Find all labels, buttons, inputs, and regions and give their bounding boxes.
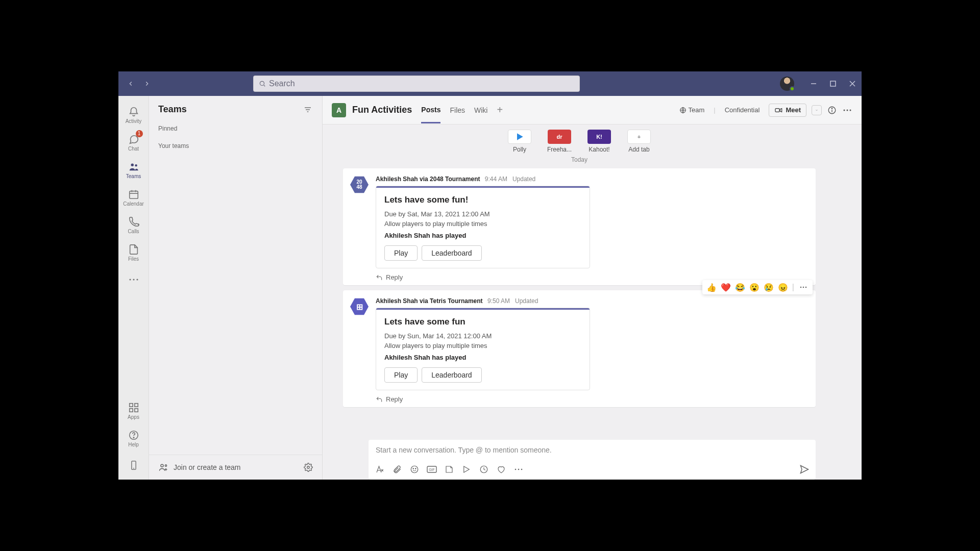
rail-calendar[interactable]: Calendar (118, 184, 149, 211)
reaction-sad[interactable]: 😢 (764, 283, 774, 292)
svg-point-52 (518, 469, 520, 470)
add-tab-button[interactable]: + (497, 104, 503, 116)
stream-icon[interactable] (479, 464, 489, 474)
app-avatar-tetris: ⊞ (350, 297, 369, 316)
app-tile-freehand[interactable]: drFreeha... (544, 130, 575, 153)
leaderboard-button[interactable]: Leaderboard (422, 245, 481, 261)
meet-button[interactable]: Meet (769, 104, 806, 117)
rail-activity-label: Activity (126, 118, 142, 124)
svg-point-13 (133, 279, 134, 280)
reaction-angry[interactable]: 😠 (778, 283, 788, 292)
maximize-button[interactable] (828, 79, 838, 89)
confidential-label[interactable]: Confidential (721, 104, 764, 116)
filter-button[interactable] (303, 105, 313, 115)
app-avatar-2048: 20 48 (350, 176, 369, 194)
rail-teams[interactable]: Teams (118, 156, 149, 184)
rail-calendar-label: Calendar (123, 201, 144, 207)
svg-point-20 (133, 437, 134, 437)
reply-icon (376, 274, 383, 281)
tab-files[interactable]: Files (450, 98, 465, 122)
org-team-label[interactable]: Team (675, 104, 709, 116)
section-pinned[interactable]: Pinned (149, 120, 322, 137)
reply-icon (376, 396, 383, 403)
settings-icon[interactable] (304, 463, 313, 472)
card-due: Due by Sun, Mar 14, 2021 12:00 AM (384, 332, 581, 340)
tab-wiki[interactable]: Wiki (474, 98, 487, 122)
join-create-team[interactable]: Join or create a team (174, 463, 241, 471)
adaptive-card: Lets have some fun! Due by Sat, Mar 13, … (376, 186, 590, 268)
post-status: Updated (512, 176, 535, 183)
rail-calls-label: Calls (128, 229, 139, 234)
tab-posts[interactable]: Posts (421, 97, 440, 123)
send-button[interactable] (799, 464, 810, 474)
rail-mobile[interactable] (118, 452, 149, 480)
date-separator: Today (343, 156, 816, 163)
rail-chat-label: Chat (128, 146, 139, 152)
play-button[interactable]: Play (384, 367, 418, 383)
post-time: 9:44 AM (485, 176, 507, 183)
app-tile-kahoot[interactable]: K!Kahoot! (584, 130, 615, 153)
card-title: Lets have some fun! (384, 195, 581, 205)
card-title: Lets have some fun (384, 317, 581, 327)
compose-box: Start a new conversation. Type @ to ment… (369, 440, 816, 480)
search-input[interactable]: Search (253, 76, 580, 92)
format-icon[interactable] (375, 464, 385, 474)
team-avatar[interactable]: A (332, 103, 346, 117)
forward-button[interactable] (141, 78, 153, 90)
post-time: 9:50 AM (487, 297, 510, 305)
svg-point-7 (135, 164, 137, 166)
meeting-icon[interactable] (461, 464, 472, 474)
rail-files-label: Files (128, 256, 139, 262)
info-button[interactable] (827, 105, 837, 115)
app-tile-addtab[interactable]: +Add tab (624, 130, 654, 153)
meet-dropdown[interactable] (812, 105, 822, 115)
svg-rect-15 (129, 403, 132, 406)
rail-apps[interactable]: Apps (118, 397, 149, 424)
gif-icon[interactable]: GIF (427, 464, 437, 474)
main-content: A Fun Activities Posts Files Wiki + Team… (323, 96, 862, 480)
post-item: 👍 ❤️ 😂 😮 😢 😠 | ⊞ Akhilesh Shah via Tetri… (343, 290, 816, 407)
reply-button[interactable]: Reply (376, 395, 808, 403)
chat-badge: 1 (136, 130, 143, 137)
svg-marker-54 (801, 466, 808, 473)
reaction-heart[interactable]: ❤️ (721, 283, 731, 292)
rail-teams-label: Teams (126, 173, 141, 179)
sticker-icon[interactable] (444, 464, 454, 474)
svg-point-12 (129, 279, 131, 280)
reaction-surprised[interactable]: 😮 (749, 283, 760, 292)
reaction-laugh[interactable]: 😂 (735, 283, 745, 292)
rail-help[interactable]: Help (118, 424, 149, 452)
emoji-icon[interactable] (409, 464, 420, 474)
svg-rect-17 (129, 408, 132, 411)
more-button[interactable] (842, 105, 852, 115)
rail-more[interactable] (118, 266, 149, 294)
close-button[interactable] (847, 79, 857, 89)
play-button[interactable]: Play (384, 245, 418, 261)
svg-rect-32 (775, 108, 779, 112)
adaptive-card: Lets have some fun Due by Sun, Mar 14, 2… (376, 308, 590, 390)
reaction-like[interactable]: 👍 (706, 283, 717, 292)
svg-point-45 (413, 468, 414, 469)
compose-more[interactable] (513, 464, 524, 474)
app-window: Search Activity 1 Chat Teams (118, 71, 862, 480)
svg-point-27 (165, 465, 166, 466)
rail-files[interactable]: Files (118, 239, 149, 266)
reactions-more[interactable] (798, 282, 808, 292)
section-your-teams[interactable]: Your teams (149, 137, 322, 155)
rail-activity[interactable]: Activity (118, 101, 149, 129)
card-rule: Allow players to play multiple times (384, 342, 581, 349)
post-status: Updated (515, 297, 538, 305)
rail-calls[interactable]: Calls (118, 211, 149, 239)
svg-point-39 (850, 109, 851, 111)
rail-chat[interactable]: 1 Chat (118, 129, 149, 156)
compose-input[interactable]: Start a new conversation. Type @ to ment… (369, 440, 816, 460)
app-tile-polly[interactable]: Polly (504, 130, 535, 153)
leaderboard-button[interactable]: Leaderboard (422, 367, 481, 383)
minimize-button[interactable] (808, 79, 819, 89)
user-avatar[interactable] (780, 77, 794, 91)
back-button[interactable] (125, 78, 137, 90)
praise-icon[interactable] (496, 464, 506, 474)
attach-icon[interactable] (392, 464, 402, 474)
svg-point-30 (307, 466, 310, 469)
search-icon (259, 80, 266, 87)
